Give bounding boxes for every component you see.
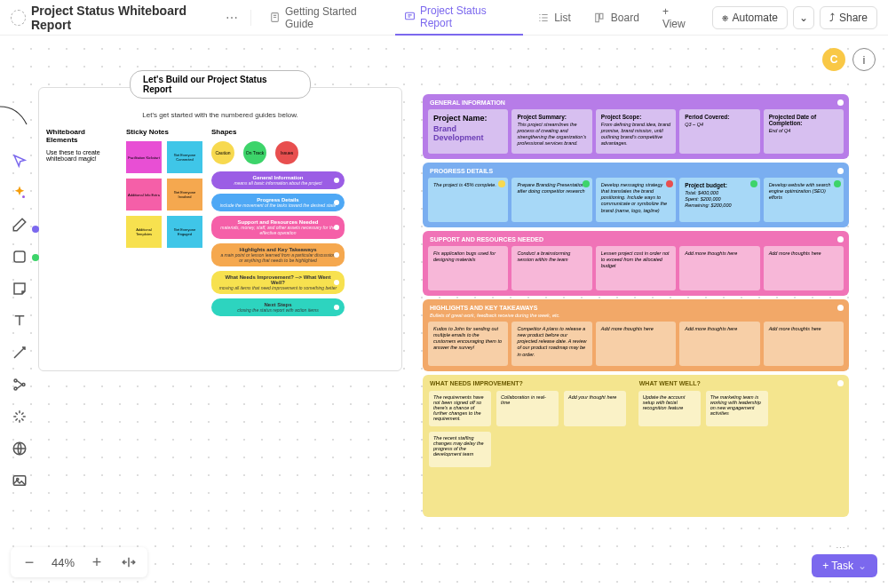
new-task-button[interactable]: + Task ⌄ xyxy=(812,554,877,577)
svg-rect-2 xyxy=(596,13,599,21)
support-card[interactable]: Add more thoughts here xyxy=(764,246,844,290)
tab-getting-started[interactable]: Getting Started Guide xyxy=(260,0,390,36)
col-sub: Use these to create whiteboard magic! xyxy=(46,149,117,162)
section-support[interactable]: SUPPORT AND RESOURCES NEEDED Fix applica… xyxy=(423,231,849,296)
image-tool[interactable] xyxy=(10,471,29,490)
improvement-note[interactable]: Collaboration in real-time xyxy=(496,391,559,426)
sample-sticky[interactable]: Get Everyone Connected xyxy=(167,141,202,173)
sample-sticky[interactable]: Additional Info Extra xyxy=(126,179,162,211)
highlight-card[interactable]: Kudos to John for sending out multiple e… xyxy=(428,322,508,366)
category-pill[interactable]: General Informationmeans all basic infor… xyxy=(211,171,345,189)
section-title: HIGHLIGHTS AND KEY TAKEAWAYS xyxy=(426,303,845,313)
status-circle-ontrack[interactable]: On Track xyxy=(243,141,266,164)
col-heading: Sticky Notes xyxy=(126,128,202,136)
tool-color-dot[interactable] xyxy=(32,226,39,233)
support-card[interactable]: Lessen project cost in order not to exce… xyxy=(596,246,676,290)
improvement-note[interactable]: The recent staffing changes may delay th… xyxy=(429,432,491,467)
progress-card[interactable]: Prepare Branding Presentation after doin… xyxy=(511,178,591,222)
highlight-card[interactable]: Add more thoughts here xyxy=(764,322,844,366)
sample-sticky[interactable]: Facilitation Kickstart xyxy=(126,141,162,173)
sample-sticky[interactable]: Get Everyone Engaged xyxy=(167,216,202,248)
status-board[interactable]: GENERAL INFORMATION Project Name: Brand … xyxy=(423,94,849,520)
sample-sticky[interactable]: Additional Templates xyxy=(126,216,162,248)
improvement-note[interactable]: The requirements have not been signed of… xyxy=(429,391,491,426)
progress-card[interactable]: The project is 45% complete. xyxy=(428,178,508,222)
task-label: + Task xyxy=(822,560,853,572)
page-more-icon[interactable]: ⋯ xyxy=(222,11,242,25)
card-period[interactable]: Period Covered:Q3 – Q4 xyxy=(679,109,759,154)
ai-tool[interactable] xyxy=(10,183,29,203)
whiteboard-toolbox xyxy=(5,151,34,490)
sparkle-tool[interactable] xyxy=(10,407,29,426)
tool-color-dot[interactable] xyxy=(32,254,39,261)
sticky-tool[interactable] xyxy=(10,279,29,298)
card-project-name[interactable]: Project Name: Brand Development xyxy=(428,109,508,154)
sample-sticky[interactable]: Get Everyone Involved xyxy=(167,179,202,211)
improvement-note[interactable]: Add your thought here xyxy=(564,391,626,426)
shape-tool[interactable] xyxy=(10,247,29,266)
tab-project-status[interactable]: Project Status Report xyxy=(395,0,523,36)
connector-tool[interactable] xyxy=(10,343,29,362)
task-options-icon[interactable]: ⋯ xyxy=(836,543,845,554)
text-tool[interactable] xyxy=(10,311,29,330)
tab-label: Project Status Report xyxy=(420,4,514,29)
automate-label: Automate xyxy=(733,12,778,24)
robot-icon: ⎈ xyxy=(722,12,728,24)
relations-tool[interactable] xyxy=(10,375,29,394)
section-improvement[interactable]: WHAT NEEDS IMPROVEMENT? The requirements… xyxy=(423,375,849,517)
card-body: From defining brand idea, brand promise,… xyxy=(601,122,670,147)
tab-board[interactable]: Board xyxy=(585,0,648,36)
share-button[interactable]: ⤴ Share xyxy=(820,6,877,29)
category-pill[interactable]: Progress Detailsinclude the movement of … xyxy=(211,194,345,211)
highlight-card[interactable]: Add more thoughts here xyxy=(679,322,759,366)
category-pill[interactable]: Support and Resources Neededmaterials, m… xyxy=(211,216,345,239)
section-highlights[interactable]: HIGHLIGHTS AND KEY TAKEAWAYS Bullets of … xyxy=(423,299,849,371)
add-view-button[interactable]: + View xyxy=(654,0,702,36)
cursor-tool[interactable] xyxy=(10,151,29,171)
card-completion[interactable]: Projected Date of Completion:End of Q4 xyxy=(764,109,844,154)
automate-button[interactable]: ⎈ Automate xyxy=(712,6,788,29)
zoom-in-button[interactable]: + xyxy=(87,552,107,572)
wentwell-note[interactable]: Update the account setup with facial rec… xyxy=(638,391,701,426)
status-circle-caution[interactable]: Caution xyxy=(211,141,234,164)
col-heading: Shapes xyxy=(211,128,394,136)
category-pill[interactable]: Next Stepsclosing the status report with… xyxy=(211,298,345,316)
wentwell-note[interactable]: The marketing team is working with leade… xyxy=(706,391,768,426)
guide-col-shapes: Shapes Caution On Track Issues General I… xyxy=(211,128,394,321)
category-pill[interactable]: Highlights and Key Takeawaysa main point… xyxy=(211,243,345,266)
guide-col-elements: Whiteboard Elements Use these to create … xyxy=(46,128,117,321)
card-heading: Project Name: xyxy=(433,114,503,123)
highlight-card[interactable]: Add more thoughts here xyxy=(596,322,676,366)
pen-tool[interactable] xyxy=(10,215,29,234)
category-pill[interactable]: What Needs Improvement? --> What Went We… xyxy=(211,271,345,294)
section-general[interactable]: GENERAL INFORMATION Project Name: Brand … xyxy=(423,94,849,159)
section-title: GENERAL INFORMATION xyxy=(426,98,845,107)
card-scope[interactable]: Project Scope:From defining brand idea, … xyxy=(596,109,676,154)
zoom-value[interactable]: 44% xyxy=(52,556,75,569)
automate-dropdown[interactable]: ⌄ xyxy=(793,6,814,29)
tab-list[interactable]: List xyxy=(528,0,580,36)
progress-card[interactable]: Develop website with search engine optim… xyxy=(764,178,844,222)
section-progress[interactable]: PROGRESS DETAILS The project is 45% comp… xyxy=(423,163,849,227)
guide-panel[interactable]: Let's Build our Project Status Report Le… xyxy=(38,87,402,371)
progress-card[interactable]: Develop messaging strategy that translat… xyxy=(596,178,676,222)
tab-label: Board xyxy=(611,12,639,24)
card-summary[interactable]: Project Summary:This project streamlines… xyxy=(511,109,591,154)
info-button[interactable]: i xyxy=(852,48,876,71)
status-circle-issues[interactable]: Issues xyxy=(275,141,298,164)
share-icon: ⤴ xyxy=(829,12,835,24)
highlight-card[interactable]: Competitor A plans to release a new prod… xyxy=(511,322,591,366)
zoom-out-button[interactable]: − xyxy=(20,552,39,572)
progress-card[interactable]: Project budget:Total: $400,000 Spent: $2… xyxy=(679,178,759,222)
support-card[interactable]: Conduct a brainstorming session within t… xyxy=(511,246,591,290)
guide-bubble: Let's Build our Project Status Report xyxy=(130,70,311,99)
fit-width-button[interactable] xyxy=(119,552,139,572)
svg-point-7 xyxy=(14,387,17,390)
support-card[interactable]: Fix application bugs used for designing … xyxy=(428,246,508,290)
svg-point-8 xyxy=(22,384,25,386)
svg-point-6 xyxy=(14,379,17,382)
zoom-controls: − 44% + xyxy=(11,547,147,577)
user-avatar[interactable]: C xyxy=(822,48,845,71)
support-card[interactable]: Add more thoughts here xyxy=(679,246,759,290)
web-tool[interactable] xyxy=(10,439,29,458)
